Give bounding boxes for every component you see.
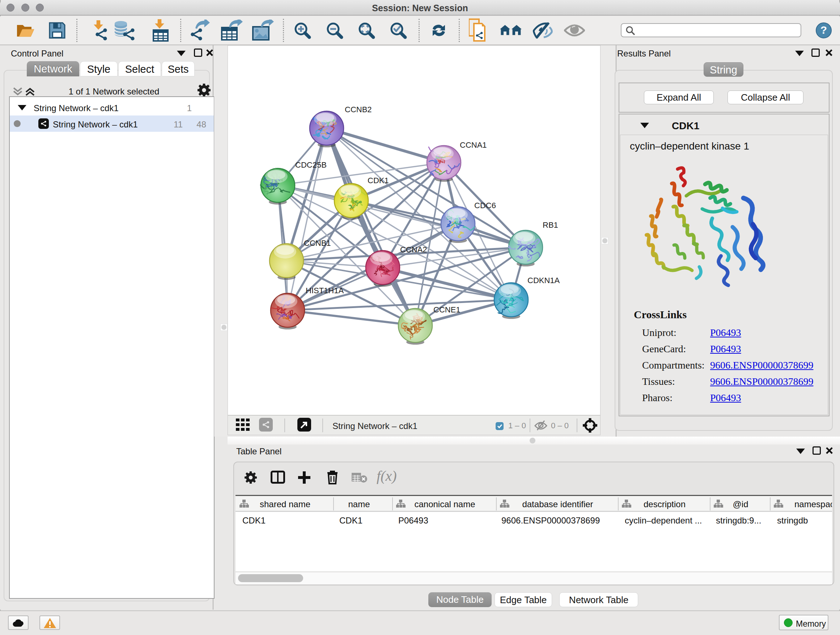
svg-text:CDKN1A: CDKN1A [527,276,560,285]
svg-text:CCNA1: CCNA1 [460,141,487,149]
svg-text:RB1: RB1 [543,220,558,230]
svg-text:CDC6: CDC6 [474,201,496,210]
svg-text:CCNB1: CCNB1 [304,239,331,248]
svg-text:CCNA2: CCNA2 [400,245,427,254]
svg-text:CDC25B: CDC25B [295,160,327,169]
svg-text:HIST1H1A: HIST1H1A [306,286,344,295]
svg-text:?: ? [821,24,827,36]
svg-text:CCNB2: CCNB2 [345,105,372,114]
svg-text:CCNE1: CCNE1 [433,305,461,314]
svg-text:CDK1: CDK1 [368,176,389,185]
